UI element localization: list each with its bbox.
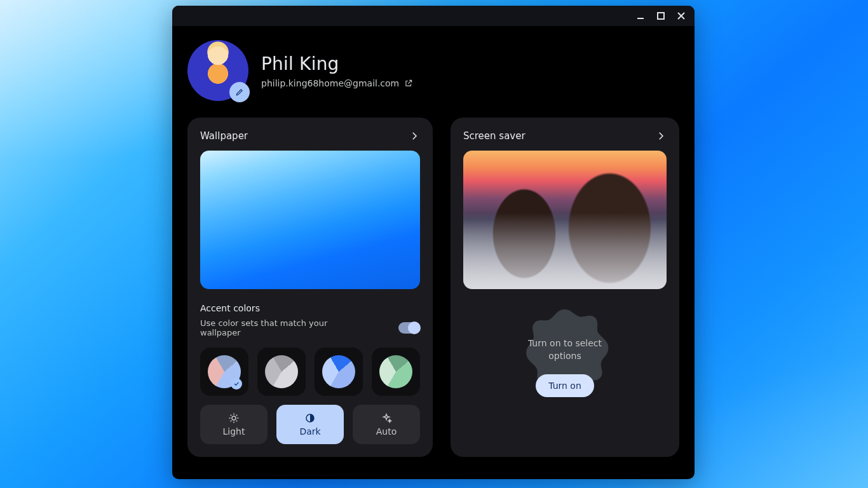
- toggle-knob: [408, 322, 421, 334]
- screensaver-turn-on-button[interactable]: Turn on: [536, 374, 594, 397]
- accent-pie-icon: [379, 355, 412, 388]
- screensaver-prompt-text: Turn on to select options: [515, 337, 615, 362]
- theme-dark-label: Dark: [299, 426, 320, 437]
- profile-text: Phil King philip.king68home@gmail.com: [261, 53, 413, 88]
- close-icon: [677, 11, 686, 20]
- titlebar: [172, 6, 695, 26]
- accent-pie-icon: [265, 355, 298, 388]
- accent-swatch-3[interactable]: [372, 348, 420, 396]
- theme-row: Light Dark Auto: [200, 405, 420, 444]
- screensaver-header[interactable]: Screen saver: [463, 130, 667, 142]
- half-moon-icon: [304, 412, 316, 424]
- maximize-icon: [656, 11, 665, 20]
- accent-toggle-row: Use color sets that match your wallpaper: [200, 318, 420, 337]
- theme-auto-button[interactable]: Auto: [353, 405, 420, 444]
- accent-toggle[interactable]: [398, 322, 420, 334]
- svg-rect-0: [658, 13, 664, 19]
- svg-point-1: [232, 416, 236, 420]
- minimize-button[interactable]: [636, 11, 645, 20]
- wallpaper-preview[interactable]: [200, 151, 420, 289]
- sun-icon: [228, 412, 240, 424]
- accent-swatch-1[interactable]: [257, 348, 306, 396]
- theme-light-button[interactable]: Light: [200, 405, 268, 444]
- panels: Wallpaper Accent colors Use color sets t…: [172, 118, 695, 457]
- profile-header: Phil King philip.king68home@gmail.com: [172, 26, 695, 118]
- accent-pie-icon: [322, 355, 355, 388]
- chevron-right-icon: [409, 130, 420, 142]
- screensaver-prompt-area: Turn on to select options Turn on: [463, 307, 667, 428]
- theme-light-label: Light: [223, 426, 245, 437]
- screensaver-title: Screen saver: [463, 130, 526, 142]
- wallpaper-title: Wallpaper: [200, 130, 248, 142]
- screensaver-preview[interactable]: [463, 151, 667, 289]
- theme-auto-label: Auto: [376, 426, 397, 437]
- minimize-icon: [636, 11, 645, 20]
- avatar-wrap: [187, 40, 248, 101]
- maximize-button[interactable]: [656, 11, 665, 20]
- selected-check-icon: [231, 378, 242, 390]
- chevron-right-icon: [655, 130, 667, 142]
- profile-email-row[interactable]: philip.king68home@gmail.com: [261, 78, 413, 88]
- accent-swatches: [200, 348, 420, 396]
- accent-swatch-2[interactable]: [315, 348, 363, 396]
- accent-colors-title: Accent colors: [200, 303, 420, 313]
- personalization-window: Phil King philip.king68home@gmail.com Wa…: [172, 6, 695, 479]
- theme-dark-button[interactable]: Dark: [276, 405, 344, 444]
- screensaver-scallop: Turn on to select options Turn on: [505, 307, 625, 428]
- pencil-icon: [235, 88, 244, 97]
- open-external-icon: [404, 79, 413, 88]
- edit-avatar-button[interactable]: [229, 82, 250, 102]
- close-button[interactable]: [677, 11, 686, 20]
- wallpaper-card: Wallpaper Accent colors Use color sets t…: [187, 118, 433, 457]
- sparkle-icon: [381, 412, 392, 424]
- turn-on-label: Turn on: [548, 381, 581, 391]
- screensaver-card: Screen saver Turn on to select options T…: [451, 118, 679, 457]
- profile-email: philip.king68home@gmail.com: [261, 78, 399, 88]
- accent-swatch-0[interactable]: [200, 348, 248, 396]
- accent-desc: Use color sets that match your wallpaper: [200, 318, 353, 337]
- profile-name: Phil King: [261, 53, 413, 74]
- wallpaper-header[interactable]: Wallpaper: [200, 130, 420, 142]
